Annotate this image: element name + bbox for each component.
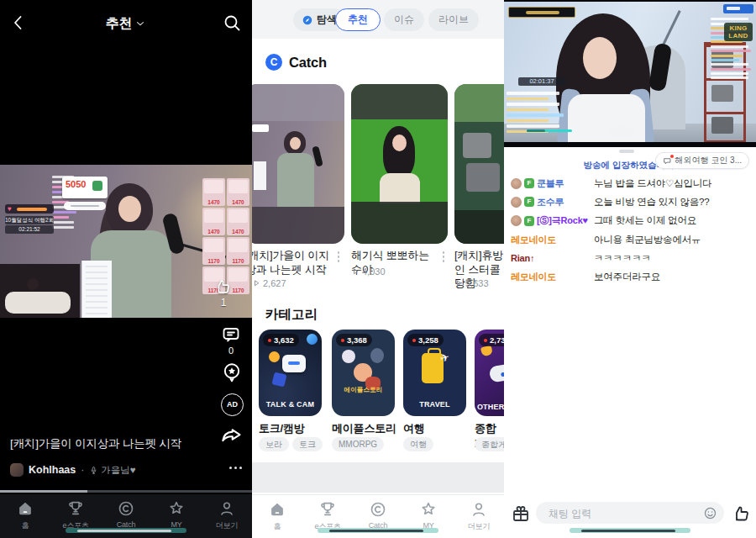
play-icon xyxy=(351,267,360,276)
category-name[interactable]: 여행 xyxy=(403,421,425,436)
donation-card: 1470 xyxy=(227,208,249,235)
nav-more[interactable]: 더보기 xyxy=(202,494,252,538)
donation-card: 1470 xyxy=(202,208,225,235)
chat-username[interactable]: [Ⓢ]극Rock♥ xyxy=(537,214,588,227)
viewer-count-badge: 3,258 xyxy=(407,334,444,346)
category-tag[interactable]: MMORPG xyxy=(332,437,384,451)
category-art-label: OTHER GAMES xyxy=(475,403,504,411)
chat-username[interactable]: Rian↑ xyxy=(511,253,534,263)
chevron-down-icon xyxy=(134,18,146,29)
category-tag[interactable]: 토크 xyxy=(292,437,323,451)
category-name[interactable]: 토크/캠방 xyxy=(259,421,305,436)
home-indicator xyxy=(66,528,186,533)
category-art-label: 메이플스토리 xyxy=(332,386,395,394)
donation-card: 1170 xyxy=(202,237,225,265)
nav-more[interactable]: 더보기 xyxy=(454,495,504,538)
like-icon[interactable] xyxy=(213,277,232,296)
coin-event-banner[interactable]: 해외여행 코인 3... xyxy=(655,152,749,169)
live-video-player[interactable]: KING LAND 02:01:37 xyxy=(504,0,756,147)
category-card[interactable]: 2,731 OTHER GAMES xyxy=(475,330,504,416)
catch-card-thumbnail[interactable] xyxy=(454,84,504,244)
mic-icon xyxy=(89,466,98,475)
stream-goal-label: 10월달성식 여행2회 xyxy=(5,216,54,224)
chat-text: 누님 밥을 드셔야♡심입니다 xyxy=(594,177,711,190)
chat-message: F조수루 오늘 비방 연습 있지 않음?? xyxy=(511,193,749,211)
ad-icon[interactable]: AD xyxy=(221,393,244,416)
chat-username[interactable]: 쿤블루 xyxy=(537,177,564,190)
star-balloon-icon[interactable] xyxy=(221,361,243,383)
panel-live-stream: KING LAND 02:01:37 해외여행 코인 3... 방송에 입장하였… xyxy=(504,0,756,538)
more-vertical-icon[interactable] xyxy=(333,251,344,262)
tab-issue[interactable]: 이슈 xyxy=(384,8,424,31)
video-progress-bar[interactable] xyxy=(0,490,252,493)
donation-card: 1170 xyxy=(227,237,249,265)
category-card[interactable]: 3,368 메이플스토리 xyxy=(332,330,395,416)
sub-video xyxy=(0,264,80,318)
category-tag[interactable]: 종합게임 xyxy=(475,437,504,451)
category-card[interactable]: ✈ 3,258 TRAVEL xyxy=(403,330,466,416)
chat-username[interactable]: 레모네이도 xyxy=(511,234,556,246)
stream-uptime: 02:21:52 xyxy=(5,225,54,234)
separator-dot: · xyxy=(81,464,84,476)
avatar[interactable] xyxy=(511,178,522,189)
catch-logo-icon: C xyxy=(265,54,282,71)
chat-input[interactable] xyxy=(547,502,693,525)
drag-handle[interactable] xyxy=(619,150,634,153)
channel-avatar[interactable] xyxy=(10,463,24,477)
category-tag[interactable]: 여행 xyxy=(403,437,433,451)
gift-icon[interactable] xyxy=(511,504,531,524)
play-icon xyxy=(454,279,463,287)
trophy-icon xyxy=(66,499,85,518)
channel-row[interactable]: Kohlhaas · 가을님♥ xyxy=(10,463,136,477)
catch-card-thumbnail[interactable] xyxy=(351,84,448,244)
category-art-label: TRAVEL xyxy=(403,400,466,409)
comment-icon[interactable] xyxy=(221,324,241,345)
like-icon[interactable] xyxy=(731,504,751,524)
category-tag[interactable]: 보라 xyxy=(259,437,289,451)
home-indicator xyxy=(570,528,690,533)
home-indicator xyxy=(318,528,438,533)
catch-section-header[interactable]: C Catch xyxy=(265,54,327,71)
avatar[interactable] xyxy=(511,197,522,208)
channel-name[interactable]: Kohlhaas xyxy=(29,464,76,476)
catch-card-views: 4,030 xyxy=(351,266,386,277)
donation-card: 1470 xyxy=(227,178,249,206)
emoji-icon[interactable] xyxy=(703,506,717,520)
chat-username[interactable]: 레모네이도 xyxy=(511,271,556,283)
video-player[interactable]: 5050 ♥ 10월달성식 여행2회 02:21:52 1470 1470 14… xyxy=(0,165,252,318)
nav-home[interactable]: 홈 xyxy=(252,495,302,538)
category-art-label: TALK & CAM xyxy=(259,400,322,409)
star-icon xyxy=(419,500,438,519)
more-horizontal-icon[interactable] xyxy=(229,467,242,469)
browser-overlay xyxy=(81,261,112,318)
tab-live[interactable]: 라이브 xyxy=(428,8,479,31)
nav-home[interactable]: 홈 xyxy=(0,494,50,538)
home-icon xyxy=(16,499,34,518)
share-icon[interactable] xyxy=(219,425,243,448)
speech-bubble-icon xyxy=(663,156,672,166)
search-icon[interactable] xyxy=(222,13,242,33)
catch-card-thumbnail[interactable] xyxy=(252,84,344,244)
trophy-icon xyxy=(318,500,337,519)
chat-message-list: F쿤블루 누님 밥을 드셔야♡심입니다 F조수루 오늘 비방 연습 있지 않음?… xyxy=(511,174,749,287)
category-card[interactable]: 3,632 TALK & CAM xyxy=(259,330,322,416)
more-vertical-icon[interactable] xyxy=(438,251,449,262)
feed-title-dropdown[interactable]: 추천 xyxy=(0,15,252,33)
fan-badge: F xyxy=(524,216,534,226)
donation-alert-banner: 5050 xyxy=(62,177,108,198)
heart-gauge: ♥ xyxy=(5,204,54,214)
goal-progress-line xyxy=(527,129,572,132)
chat-message: F쿤블루 누님 밥을 드셔야♡심입니다 xyxy=(511,174,749,193)
like-count: 1 xyxy=(213,297,234,309)
chat-input-pill[interactable] xyxy=(536,502,724,524)
chat-message: Rian↑ ㅋㅋㅋㅋㅋㅋ xyxy=(511,249,749,267)
catch-card-title[interactable]: [캐치]가을이 이지상과 나는펫 시작 xyxy=(252,249,336,277)
chat-username[interactable]: 조수루 xyxy=(537,196,564,208)
stream-top-banner xyxy=(508,7,575,18)
avatar[interactable] xyxy=(511,215,522,226)
chat-text: 그때 핫세는 이제 없어요 xyxy=(594,214,696,227)
category-name[interactable]: 메이플스토리 xyxy=(332,421,396,436)
tab-recommend[interactable]: 추천 xyxy=(335,8,381,31)
person-icon xyxy=(470,500,488,519)
app-root: 추천 5050 ♥ 10월달성식 여행2회 02:21:52 1470 1470… xyxy=(0,0,756,538)
